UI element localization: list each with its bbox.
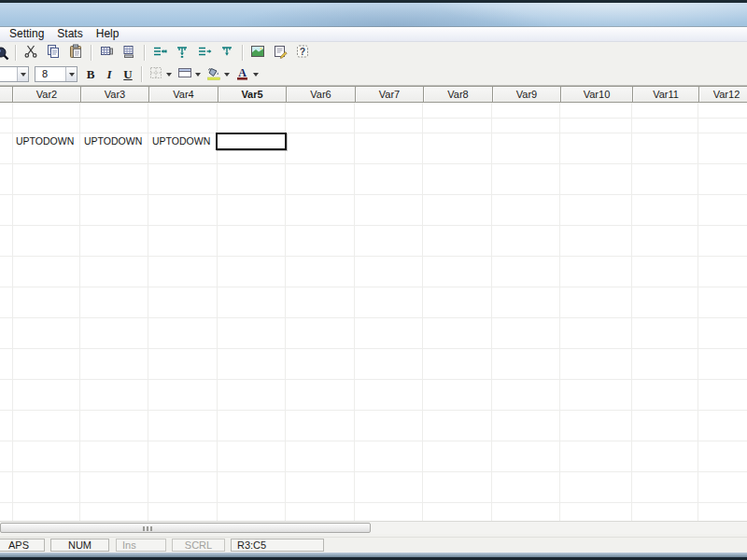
borders-button[interactable] [146, 65, 175, 84]
column-header-var5[interactable]: Var5 [218, 86, 287, 103]
toolbar-main: ? [0, 42, 747, 63]
bold-button[interactable]: B [82, 66, 99, 83]
app-window: Setting Stats Help [0, 0, 747, 560]
chevron-down-icon [21, 73, 26, 77]
column-header-var10[interactable]: Var10 [560, 86, 633, 103]
append-table-icon [121, 44, 136, 62]
menu-help[interactable]: Help [90, 27, 126, 41]
grid-line [491, 103, 492, 521]
column-header-var4[interactable]: Var4 [148, 86, 218, 103]
toolbar-area: ? 8 B I U [0, 42, 747, 86]
italic-button[interactable]: I [101, 66, 118, 83]
cell-reference: R3:C5 [231, 539, 324, 552]
column-header-var9[interactable]: Var9 [492, 86, 561, 103]
fill-color-icon [206, 65, 221, 83]
font-size-combo[interactable]: 8 [35, 66, 78, 82]
row-header-stub[interactable] [0, 86, 13, 103]
clipped-toolbar-button[interactable] [0, 44, 10, 63]
grid-line [354, 103, 355, 521]
insert-case-button[interactable] [172, 44, 192, 63]
column-header-var12[interactable]: Var12 [698, 86, 747, 103]
chevron-down-icon [224, 73, 230, 77]
caps-indicator: APS [0, 539, 45, 552]
help-button[interactable]: ? [292, 44, 313, 63]
grid-line [422, 103, 423, 521]
append-case-icon [219, 44, 234, 62]
scrl-indicator: SCRL [172, 539, 225, 552]
grid-line [217, 103, 218, 521]
insert-table-button[interactable] [96, 44, 117, 63]
chevron-down-icon [253, 73, 259, 77]
column-header-var3[interactable]: Var3 [80, 86, 149, 103]
insert-variable-button[interactable] [149, 44, 170, 63]
append-variable-button[interactable] [194, 44, 215, 63]
svg-text:?: ? [300, 46, 305, 57]
insert-case-icon [175, 44, 190, 62]
font-color-icon: A [235, 65, 250, 83]
grid-line [12, 103, 13, 521]
insert-table-icon [99, 44, 114, 62]
grid-line [148, 103, 148, 521]
scrollbar-thumb[interactable] [0, 523, 371, 533]
column-header-var11[interactable]: Var11 [632, 86, 699, 103]
grid-line [559, 103, 560, 521]
spreadsheet-grid[interactable]: UPTODOWN UPTODOWN UPTODOWN [0, 103, 747, 521]
selected-cell[interactable] [216, 133, 287, 150]
chevron-down-icon [195, 73, 201, 77]
toolbar-separator [242, 45, 243, 61]
grid-line [285, 103, 286, 521]
properties-button[interactable] [270, 44, 290, 63]
header-frame-icon [177, 65, 192, 83]
cell-r3c4[interactable]: UPTODOWN [148, 133, 217, 149]
merge-header-button[interactable] [175, 65, 204, 84]
cut-icon [23, 44, 38, 62]
column-header-var8[interactable]: Var8 [423, 86, 493, 103]
borders-icon [148, 65, 163, 83]
statusbar: APS NUM Ins SCRL R3:C5 [0, 537, 747, 553]
font-size-dropdown-button[interactable] [65, 67, 77, 81]
menu-setting[interactable]: Setting [3, 27, 50, 41]
titlebar[interactable] [0, 3, 747, 27]
append-table-button[interactable] [119, 44, 139, 63]
append-case-button[interactable] [217, 44, 237, 63]
copy-button[interactable] [43, 44, 63, 63]
scrollbar-grip-icon [143, 526, 152, 531]
fill-color-button[interactable] [204, 65, 233, 84]
properties-icon [273, 44, 288, 62]
paste-icon [68, 44, 83, 62]
toolbar-separator [144, 45, 145, 61]
underline-button[interactable]: U [120, 66, 136, 83]
insert-variable-icon [152, 44, 167, 62]
window-frame-bottom [0, 553, 747, 560]
cell-r3c2[interactable]: UPTODOWN [12, 133, 79, 149]
chevron-down-icon [69, 73, 75, 77]
font-name-dropdown-button[interactable] [17, 67, 28, 81]
toolbar-separator [141, 66, 142, 82]
svg-text:A: A [238, 66, 247, 79]
cut-button[interactable] [21, 44, 41, 63]
toolbar-separator [15, 45, 16, 61]
paste-button[interactable] [65, 44, 86, 63]
grid-line [698, 103, 698, 521]
column-header-var2[interactable]: Var2 [12, 86, 81, 103]
chevron-down-icon [166, 73, 172, 77]
cell-r3c3[interactable]: UPTODOWN [80, 133, 148, 149]
copy-icon [46, 44, 61, 62]
ins-indicator: Ins [116, 539, 166, 552]
font-name-combo[interactable] [0, 66, 29, 82]
toolbar-format: 8 B I U A [0, 63, 747, 85]
chart-button[interactable] [247, 44, 268, 63]
column-header-var6[interactable]: Var6 [286, 86, 356, 103]
column-header-var7[interactable]: Var7 [355, 86, 424, 103]
menubar: Setting Stats Help [0, 27, 747, 42]
horizontal-scrollbar[interactable] [0, 521, 747, 534]
help-icon: ? [295, 44, 310, 62]
menu-stats[interactable]: Stats [50, 27, 89, 41]
font-color-button[interactable]: A [233, 65, 261, 84]
grid-line [631, 103, 632, 521]
grid-line [79, 103, 80, 521]
num-indicator: NUM [50, 539, 109, 552]
append-variable-icon [197, 44, 212, 62]
toolbar-separator [91, 45, 92, 61]
chart-icon [250, 44, 265, 62]
